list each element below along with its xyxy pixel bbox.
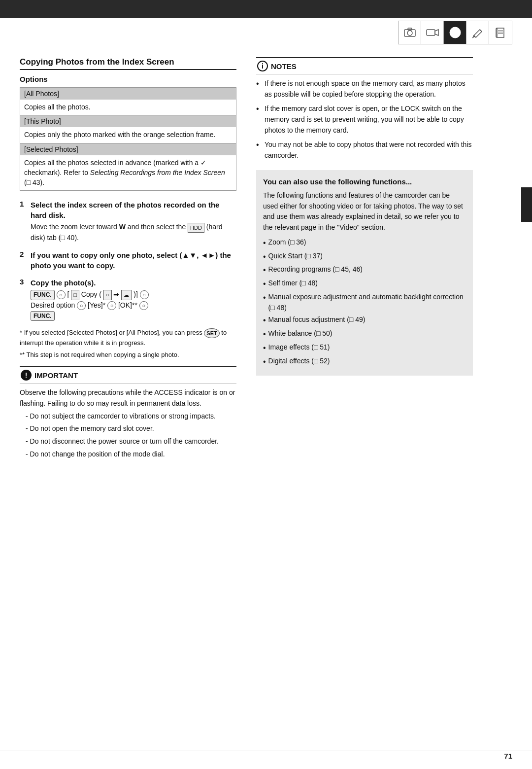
bullet-3: • <box>256 140 262 150</box>
also-use-title: You can also use the following functions… <box>263 176 466 187</box>
footnote-1: * If you selected [Selected Photos] or [… <box>20 328 236 348</box>
step-2: 2 If you want to copy only one photo, se… <box>20 250 236 271</box>
important-item-4: - Do not change the position of the mode… <box>26 449 236 460</box>
func-button-start: FUNC. <box>31 290 55 300</box>
opt-selected-photos-desc: Copies all the photos selected in advanc… <box>20 155 236 191</box>
important-item-2: - Do not open the memory card slot cover… <box>26 423 236 434</box>
step-1: 1 Select the index screen of the photos … <box>20 200 236 243</box>
bullet-au-2: • <box>263 251 266 263</box>
notes-header: i NOTES <box>256 57 473 74</box>
svg-point-1 <box>407 31 412 35</box>
func-button-end: FUNC. <box>31 311 55 321</box>
bullet-au-7: • <box>263 328 266 341</box>
options-label: Options <box>20 75 236 83</box>
opt-selected-photos-header: [Selected Photos] <box>20 143 236 155</box>
section-heading: Copying Photos from the Index Screen <box>20 57 236 70</box>
circle-btn-2: ○ <box>140 290 149 299</box>
bullet-1: • <box>256 78 262 89</box>
also-use-item-selftimer: •Self timer (□ 48) <box>263 278 466 290</box>
bullet-au-6: • <box>263 315 266 327</box>
camera-still-icon <box>399 21 421 44</box>
also-use-text-whitebalance: White balance (□ 50) <box>268 328 332 339</box>
right-column: i NOTES • If there is not enough space o… <box>256 57 473 459</box>
also-use-item-digitaleffects: •Digital effects (□ 52) <box>263 356 466 368</box>
important-label: IMPORTANT <box>34 371 78 380</box>
also-use-box: You can also use the following functions… <box>256 170 473 376</box>
footnote-2: ** This step is not required when copyin… <box>20 350 236 360</box>
bottom-rule <box>0 750 532 751</box>
set-button-ref: SET <box>204 328 219 339</box>
opt-this-photo-header: [This Photo] <box>20 115 236 127</box>
circle-btn-1: ○ <box>57 290 66 299</box>
important-item-3: - Do not disconnect the power source or … <box>26 436 236 447</box>
important-item-1: - Do not subject the camcorder to vibrat… <box>26 411 236 422</box>
also-use-text-digitaleffects: Digital effects (□ 52) <box>268 356 330 367</box>
icon-strip <box>398 21 512 44</box>
circle-btn-5: ○ <box>139 301 148 310</box>
video-camera-icon <box>421 21 444 44</box>
option-this-photo: [This Photo] Copies only the photo marke… <box>20 115 236 143</box>
bullet-au-1: • <box>263 237 266 249</box>
also-use-item-quickstart: •Quick Start (□ 37) <box>263 251 466 263</box>
step-1-number: 1 <box>20 200 28 208</box>
also-use-text-focus: Manual focus adjustment (□ 49) <box>268 315 366 325</box>
important-box: ! IMPORTANT Observe the following precau… <box>20 366 236 459</box>
notes-icon: i <box>257 61 268 71</box>
also-use-text-quickstart: Quick Start (□ 37) <box>268 251 323 262</box>
also-use-item-recording: •Recording programs (□ 45, 46) <box>263 264 466 277</box>
opt-all-photos-header: [All Photos] <box>20 88 236 100</box>
also-use-text-selftimer: Self timer (□ 48) <box>268 278 318 289</box>
book-manual-icon <box>489 21 512 44</box>
also-use-text-zoom: Zoom (□ 36) <box>268 237 306 248</box>
option-all-photos: [All Photos] Copies all the photos. <box>20 88 236 115</box>
step-1-body: Move the zoom lever toward W and then se… <box>31 222 236 243</box>
bullet-au-4: • <box>263 278 266 290</box>
step-3: 3 Copy the photo(s). FUNC. ○ [ □ Copy ( … <box>20 278 236 321</box>
svg-rect-3 <box>427 30 435 35</box>
important-body: Observe the following precautions while … <box>20 387 236 459</box>
important-icon: ! <box>21 370 32 381</box>
svg-rect-2 <box>408 28 412 30</box>
main-content: Copying Photos from the Index Screen Opt… <box>0 42 532 479</box>
notes-body: • If there is not enough space on the me… <box>256 78 473 161</box>
option-selected-photos: [Selected Photos] Copies all the photos … <box>20 143 236 191</box>
also-use-text-imageeffects: Image effects (□ 51) <box>268 342 330 353</box>
also-use-text-recording: Recording programs (□ 45, 46) <box>268 264 363 275</box>
svg-point-5 <box>450 27 461 38</box>
step-3-body: FUNC. ○ [ □ Copy ( ○ ➡ ☁ )] ○ Desired op… <box>31 289 236 321</box>
opt-this-photo-desc: Copies only the photo marked with the or… <box>20 127 236 142</box>
also-use-list: •Zoom (□ 36) •Quick Start (□ 37) •Record… <box>263 237 466 368</box>
options-table: [All Photos] Copies all the photos. [Thi… <box>20 87 236 191</box>
hdd-icon-label: HDD <box>188 223 204 233</box>
step-2-number: 2 <box>20 250 28 258</box>
also-use-item-focus: •Manual focus adjustment (□ 49) <box>263 315 466 327</box>
also-use-item-exposure: •Manual exposure adjustment and automati… <box>263 292 466 313</box>
top-bar <box>0 0 532 18</box>
left-column: Copying Photos from the Index Screen Opt… <box>20 57 236 459</box>
step-3-title: Copy the photo(s). <box>31 278 96 288</box>
notes-box: i NOTES • If there is not enough space o… <box>256 57 473 161</box>
svg-marker-4 <box>435 30 438 35</box>
bullet-au-8: • <box>263 342 266 354</box>
bullet-au-3: • <box>263 264 266 277</box>
opt-all-photos-desc: Copies all the photos. <box>20 100 236 115</box>
note-text-3: You may not be able to copy photos that … <box>265 140 473 161</box>
note-item-2: • If the memory card slot cover is open,… <box>256 104 473 136</box>
also-use-item-zoom: •Zoom (□ 36) <box>263 237 466 249</box>
also-use-item-imageeffects: •Image effects (□ 51) <box>263 342 466 354</box>
also-use-body: The following functions and features of … <box>263 190 466 233</box>
bullet-au-9: • <box>263 356 266 368</box>
important-header: ! IMPORTANT <box>20 366 236 384</box>
step-1-title: Select the index screen of the photos re… <box>31 200 236 220</box>
step-3-number: 3 <box>20 278 28 286</box>
note-text-2: If the memory card slot cover is open, o… <box>265 104 473 136</box>
note-text-1: If there is not enough space on the memo… <box>265 78 473 100</box>
step-2-title: If you want to copy only one photo, sele… <box>31 250 236 271</box>
chapter-tab <box>521 187 532 222</box>
pencil-edit-icon <box>466 21 489 44</box>
card-dst-icon: ☁ <box>121 290 132 300</box>
page-number: 71 <box>504 752 512 760</box>
bullet-au-5: • <box>263 292 266 304</box>
circle-btn-3: ○ <box>77 301 86 310</box>
notes-label: NOTES <box>271 62 297 70</box>
